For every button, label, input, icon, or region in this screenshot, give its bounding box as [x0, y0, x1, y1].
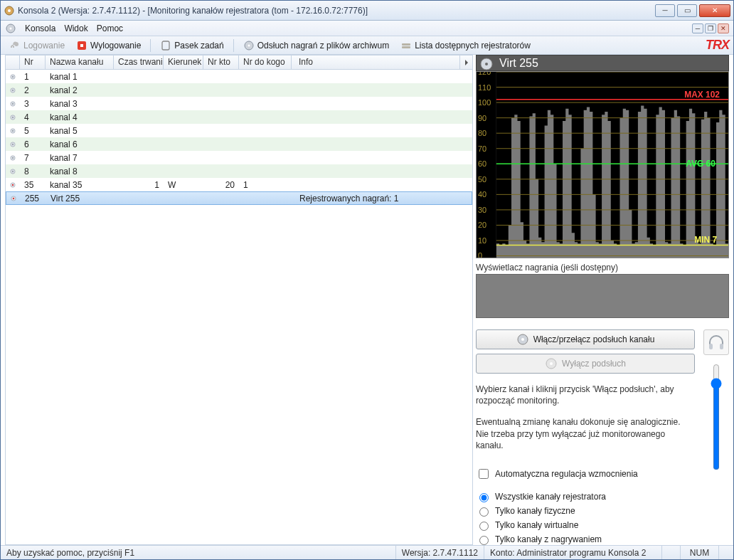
disc-icon — [545, 357, 558, 370]
svg-text:70: 70 — [478, 144, 486, 153]
svg-point-7 — [248, 44, 250, 46]
help-text-2: Ewentualną zmianę kanału dokonuje się an… — [476, 416, 695, 451]
svg-rect-69 — [709, 344, 713, 349]
svg-text:80: 80 — [478, 130, 486, 138]
svg-point-1 — [8, 9, 11, 12]
status-version: Wersja: 2.7.47.1112 — [396, 546, 484, 559]
svg-text:40: 40 — [478, 191, 486, 199]
channel-status-icon — [10, 99, 16, 109]
table-row[interactable]: 6kanal 6 — [6, 137, 472, 151]
mdi-restore-button[interactable]: ❐ — [705, 23, 716, 33]
svg-text:0: 0 — [478, 252, 482, 258]
columns-overflow-button[interactable] — [459, 56, 472, 69]
toolbar: Logowanie Wylogowanie Pasek zadań Odsłuc… — [1, 36, 733, 55]
svg-text:AVG 60: AVG 60 — [686, 159, 716, 169]
logout-button[interactable]: Wylogowanie — [72, 38, 145, 53]
col-czas[interactable]: Czas trwania — [114, 56, 164, 69]
enable-listen-button[interactable]: Włącz/przełącz podsłuch kanału — [476, 329, 695, 349]
volume-slider[interactable] — [708, 362, 725, 472]
svg-point-21 — [12, 143, 14, 144]
svg-point-11 — [12, 75, 14, 77]
help-text-1: Wybierz kanał i kliknij przycisk 'Włącz … — [476, 384, 695, 406]
level-meter-chart: 0102030405060708090100110120MAX 102AVG 6… — [476, 71, 729, 258]
table-row[interactable]: 2kanal 2 — [6, 83, 472, 97]
chevron-right-icon — [464, 60, 469, 65]
mdi-minimize-button[interactable]: ─ — [692, 23, 703, 33]
minimize-button[interactable]: ─ — [655, 4, 675, 17]
svg-rect-9 — [402, 46, 410, 48]
svg-point-27 — [12, 184, 14, 185]
taskbar-button[interactable]: Pasek zadań — [156, 38, 228, 53]
radio-all[interactable]: Wszystkie kanały rejestratora — [476, 491, 695, 502]
channel-status-icon — [11, 194, 16, 204]
svg-rect-8 — [402, 43, 410, 46]
svg-text:30: 30 — [478, 206, 486, 214]
channel-status-icon — [10, 126, 16, 136]
menu-pomoc[interactable]: Pomoc — [97, 23, 123, 33]
server-icon — [400, 40, 412, 51]
radio-rec[interactable]: Tylko kanały z nagrywaniem — [476, 534, 695, 545]
radio-phys[interactable]: Tylko kanały fizyczne — [476, 505, 695, 517]
svg-text:60: 60 — [478, 160, 486, 169]
svg-point-31 — [485, 63, 488, 65]
logout-icon — [76, 40, 87, 51]
svg-point-29 — [13, 197, 14, 199]
headphones-indicator — [703, 329, 729, 355]
table-row[interactable]: 8kanal 8 — [6, 164, 472, 178]
mdi-close-button[interactable]: ✕ — [718, 23, 729, 33]
table-row[interactable]: 35kanal 351W201 — [6, 178, 472, 191]
channel-status-icon — [10, 153, 16, 163]
table-row[interactable]: 5kanal 5 — [6, 124, 472, 137]
recording-display — [476, 274, 729, 318]
col-kto[interactable]: Nr kto — [203, 56, 239, 69]
statusbar: Aby uzyskać pomoc, przyciśnij F1 Wersja:… — [1, 545, 733, 559]
col-kogo[interactable]: Nr do kogo — [239, 56, 292, 69]
table-row[interactable]: 4kanal 4 — [6, 110, 472, 124]
menu-konsola[interactable]: Konsola — [25, 23, 55, 33]
meter-header: Virt 255 — [476, 55, 729, 71]
table-row[interactable]: 7kanal 7 — [6, 151, 472, 164]
svg-text:90: 90 — [478, 114, 486, 122]
channel-status-icon — [10, 85, 16, 95]
menu-widok[interactable]: Widok — [64, 23, 87, 33]
svg-point-25 — [12, 170, 14, 171]
headphones-icon — [707, 333, 725, 352]
monitor-panel: Virt 255 0102030405060708090100110120MAX… — [476, 55, 729, 545]
svg-text:20: 20 — [478, 221, 486, 230]
channel-status-icon — [10, 112, 16, 122]
table-row[interactable]: 3kanal 3 — [6, 97, 472, 110]
recording-display-label: Wyświetlacz nagrania (jeśli dostępny) — [476, 263, 729, 273]
recorders-list-button[interactable]: Lista dostępnych rejestratorów — [396, 38, 535, 53]
svg-point-23 — [12, 157, 14, 158]
table-header: Nr Nazwa kanału Czas trwania Kierunek Nr… — [6, 56, 472, 70]
radio-virt[interactable]: Tylko kanały wirtualne — [476, 519, 695, 531]
col-kierunek[interactable]: Kierunek — [164, 56, 203, 69]
table-row[interactable]: 1kanal 1 — [6, 70, 472, 83]
svg-text:110: 110 — [478, 83, 491, 92]
maximize-button[interactable]: ▭ — [677, 4, 697, 17]
archive-playback-button[interactable]: Odsłuch nagrań z plików archiwum — [239, 38, 393, 53]
col-nazwa[interactable]: Nazwa kanału — [46, 56, 114, 69]
svg-point-17 — [12, 116, 14, 117]
svg-text:MAX 102: MAX 102 — [684, 90, 720, 100]
svg-text:120: 120 — [478, 72, 491, 76]
channel-filter-radios: Wszystkie kanały rejestratora Tylko kana… — [476, 491, 695, 545]
close-button[interactable]: ✕ — [699, 4, 730, 17]
channel-status-icon — [10, 139, 16, 149]
table-body[interactable]: 1kanal 12kanal 23kanal 34kanal 45kanal 5… — [6, 70, 472, 544]
svg-point-19 — [12, 130, 14, 131]
app-icon — [4, 5, 15, 16]
login-button: Logowanie — [5, 38, 69, 53]
titlebar[interactable]: Konsola 2 (Wersja: 2.7.47.1112) - [Monit… — [1, 1, 733, 21]
table-row[interactable]: 255Virt 255Rejestrowanych nagrań: 1 — [6, 191, 472, 205]
col-info[interactable]: Info — [292, 56, 472, 69]
col-nr[interactable]: Nr — [20, 56, 46, 69]
status-account: Konto: Administrator programu Konsola 2 — [484, 546, 662, 559]
key-icon — [9, 40, 21, 51]
svg-point-13 — [12, 89, 14, 90]
window-title: Konsola 2 (Wersja: 2.7.47.1112) - [Monit… — [18, 6, 655, 16]
agc-checkbox[interactable]: Automatyczna regulacja wzmocnienia — [476, 467, 695, 481]
svg-point-3 — [10, 27, 12, 29]
channels-table: Nr Nazwa kanału Czas trwania Kierunek Nr… — [5, 55, 473, 545]
svg-text:MIN 7: MIN 7 — [694, 236, 717, 245]
